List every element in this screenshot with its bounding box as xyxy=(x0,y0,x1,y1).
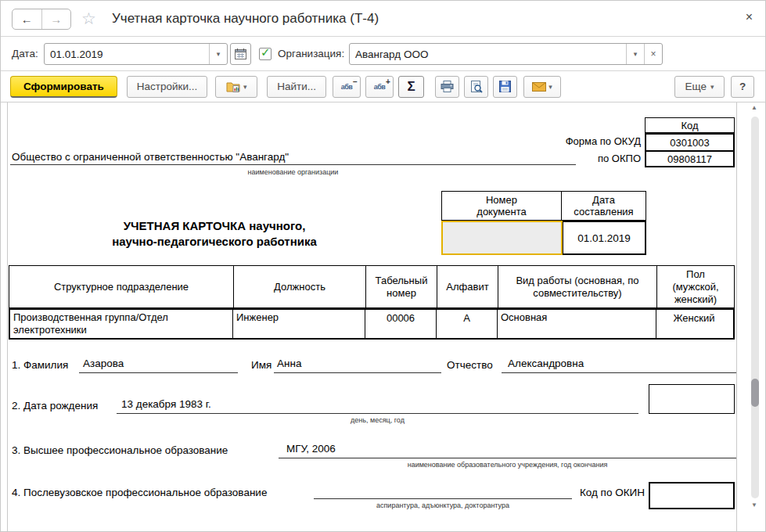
toolbar: Сформировать Настройки... ▾ Найти... абв… xyxy=(1,71,765,102)
doc-number-value-cell[interactable] xyxy=(441,221,563,255)
date-value: 01.01.2019 xyxy=(45,44,209,64)
more-button[interactable]: Еще▾ xyxy=(674,76,725,98)
employee-table: Структурное подразделение Должность Табе… xyxy=(9,265,735,340)
employee-table-data-row: Производственная группа/Отдел электротех… xyxy=(9,308,735,340)
organization-value: Авангард ООО xyxy=(350,44,626,64)
back-button[interactable]: ← xyxy=(13,9,42,29)
okpo-label: по ОКПО xyxy=(598,153,641,164)
mail-icon xyxy=(532,82,546,92)
header-cell-gender[interactable]: Пол (мужской, женский) xyxy=(657,266,734,307)
okud-value-cell[interactable]: 0301003 xyxy=(646,135,733,150)
header-cell-personnel-number[interactable]: Табельный номер xyxy=(366,266,437,307)
settings-button[interactable]: Настройки... xyxy=(127,76,207,98)
organization-input[interactable]: Авангард ООО ▾ × xyxy=(349,43,663,65)
print-button[interactable] xyxy=(435,76,459,98)
scroll-down-icon[interactable]: ▼ xyxy=(751,501,757,509)
chevron-down-icon: ▾ xyxy=(243,83,247,91)
line3-caption: наименование образовательного учреждения… xyxy=(279,461,736,469)
generate-button[interactable]: Сформировать xyxy=(10,76,117,98)
organization-caption: наименование организации xyxy=(10,168,576,176)
expand-groups-button[interactable]: абв+ xyxy=(365,76,394,98)
name-line[interactable]: Анна xyxy=(274,358,441,373)
send-mail-button[interactable]: ▾ xyxy=(523,76,561,98)
collapse-groups-button[interactable]: абв− xyxy=(333,76,361,98)
clear-icon: × xyxy=(650,49,656,59)
doc-date-value-cell[interactable]: 01.01.2019 xyxy=(563,221,646,255)
organization-checkbox[interactable]: ✓ xyxy=(259,48,272,60)
header-cell-department[interactable]: Структурное подразделение xyxy=(9,266,234,307)
code-header-cell[interactable]: Код xyxy=(645,117,735,133)
code-table: Код 0301003 09808117 xyxy=(645,117,735,167)
number-date-table: Номер документа Дата составления 01.01.2… xyxy=(441,191,646,255)
titlebar: ← → ☆ Учетная карточка научного работник… xyxy=(1,1,765,37)
okin-code-box[interactable] xyxy=(649,482,735,509)
cell-gender[interactable]: Женский xyxy=(656,310,732,338)
scroll-up-icon[interactable]: ▲ xyxy=(751,104,757,111)
nav-history-group: ← → xyxy=(12,9,71,30)
line4-label: 4. Послевузовское профессиональное образ… xyxy=(12,487,267,498)
education-line[interactable]: МГУ, 2006 xyxy=(279,443,736,458)
filter-bar: Дата: 01.01.2019 ▾ ✓ Организация: Аванга… xyxy=(1,37,765,71)
doc-number-header-cell[interactable]: Номер документа xyxy=(442,192,562,220)
checkmark-icon: ✓ xyxy=(261,45,271,59)
preview-icon xyxy=(470,81,483,93)
line3-label: 3. Высшее профессиональное образование xyxy=(12,444,228,456)
header-cell-alphabet[interactable]: Алфавит xyxy=(437,266,498,307)
report-window: ← → ☆ Учетная карточка научного работник… xyxy=(0,0,766,532)
back-icon: ← xyxy=(21,13,33,26)
header-cell-position[interactable]: Должность xyxy=(234,266,366,307)
vertical-scrollbar[interactable]: ▲ ▼ xyxy=(749,104,761,511)
name-label: Имя xyxy=(251,359,272,371)
date-dropdown-button[interactable]: ▾ xyxy=(209,44,227,64)
organization-name-line[interactable]: Общество с ограниченной ответственностью… xyxy=(10,151,576,165)
cell-position[interactable]: Инженер xyxy=(233,310,365,338)
close-icon[interactable]: × xyxy=(746,10,753,24)
report-variants-icon xyxy=(226,81,241,93)
date-input[interactable]: 01.01.2019 ▾ xyxy=(44,43,228,65)
postgraduate-line[interactable] xyxy=(314,485,572,499)
organization-clear-button[interactable]: × xyxy=(644,44,662,64)
favorite-star-icon[interactable]: ☆ xyxy=(81,9,96,28)
cell-personnel-number[interactable]: 00006 xyxy=(365,310,437,338)
calendar-icon xyxy=(235,49,246,59)
line1-label: 1. Фамилия xyxy=(12,359,68,371)
cell-department[interactable]: Производственная группа/Отдел электротех… xyxy=(10,310,233,338)
save-button[interactable] xyxy=(493,76,517,98)
cell-alphabet[interactable]: А xyxy=(437,310,498,338)
line2-caption: день, месяц, год xyxy=(117,416,638,424)
organization-label: Организация: xyxy=(278,48,344,59)
chevron-down-icon: ▾ xyxy=(217,50,221,58)
sigma-icon: Σ xyxy=(407,79,415,95)
okin-label: Код по ОКИН xyxy=(576,487,645,498)
collapse-groups-icon: абв− xyxy=(341,83,353,91)
find-button[interactable]: Найти... xyxy=(267,76,326,98)
chevron-down-icon: ▾ xyxy=(548,83,552,91)
organization-dropdown-button[interactable]: ▾ xyxy=(626,44,644,64)
header-cell-work-type[interactable]: Вид работы (основная, по совместительств… xyxy=(498,266,657,307)
doc-date-header-cell[interactable]: Дата составления xyxy=(562,192,646,220)
chevron-down-icon: ▾ xyxy=(634,50,638,58)
preview-button[interactable] xyxy=(464,76,488,98)
vertical-scroll-thumb[interactable] xyxy=(751,379,759,407)
report-area: Код 0301003 09808117 Форма по ОКУД по ОК… xyxy=(1,102,765,531)
report-variants-button[interactable]: ▾ xyxy=(215,76,257,98)
save-icon xyxy=(499,81,511,92)
birthdate-line[interactable]: 13 декабря 1983 г. xyxy=(117,398,638,414)
line2-label: 2. Дата рождения xyxy=(12,400,98,412)
okpo-value-cell[interactable]: 09808117 xyxy=(646,150,733,166)
birthdate-code-box[interactable] xyxy=(649,384,735,414)
expand-groups-icon: абв+ xyxy=(374,83,386,91)
vertical-scroll-track[interactable] xyxy=(751,117,759,498)
surname-line[interactable]: Азарова xyxy=(79,358,238,373)
calendar-button[interactable] xyxy=(230,43,251,65)
printer-icon xyxy=(441,81,454,92)
date-label: Дата: xyxy=(12,48,38,59)
forward-button[interactable]: → xyxy=(42,9,71,29)
okud-label: Форма по ОКУД xyxy=(566,135,641,147)
cell-work-type[interactable]: Основная xyxy=(498,310,656,338)
patronymic-label: Отчество xyxy=(447,359,493,371)
sum-button[interactable]: Σ xyxy=(398,76,424,98)
line4-caption: аспирантура, адъюнктура, докторантура xyxy=(314,501,572,509)
help-button[interactable]: ? xyxy=(731,76,754,98)
patronymic-line[interactable]: Александровна xyxy=(502,358,736,373)
